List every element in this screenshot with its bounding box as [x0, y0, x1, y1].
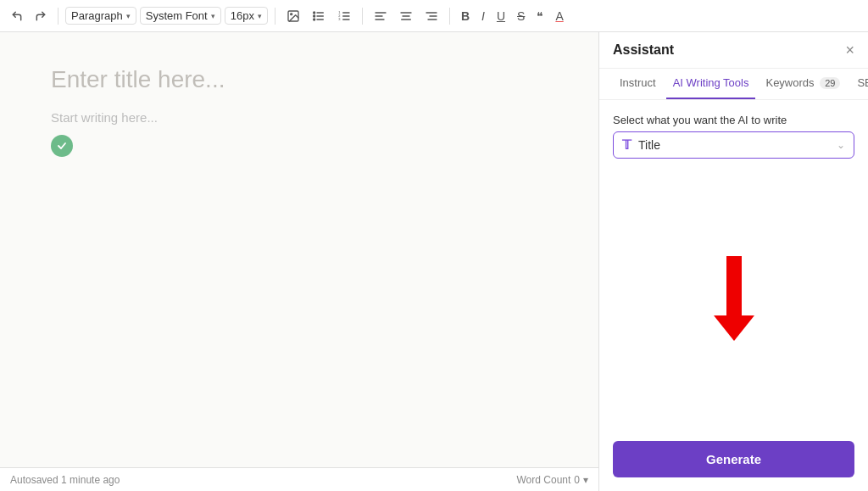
close-assistant-button[interactable]: × — [845, 42, 854, 68]
arrow-shaft — [726, 256, 742, 315]
ai-select-section: Select what you want the AI to write 𝕋 T… — [613, 114, 854, 159]
ai-write-select[interactable]: 𝕋 Title ⌄ — [613, 131, 854, 159]
arrow-head — [714, 315, 754, 341]
editor-area: Enter title here... Start writing here..… — [0, 32, 598, 491]
svg-point-6 — [314, 15, 315, 17]
divider-3 — [362, 8, 363, 25]
size-select[interactable]: 16px ▾ — [225, 7, 268, 25]
editor-body-placeholder[interactable]: Start writing here... — [51, 110, 548, 125]
bold-button[interactable]: B — [457, 7, 474, 25]
unordered-list-button[interactable] — [308, 7, 330, 25]
size-chevron: ▾ — [258, 12, 262, 20]
ai-select-chevron-icon: ⌄ — [837, 139, 845, 151]
editor-content[interactable]: Enter title here... Start writing here..… — [0, 32, 598, 467]
assistant-title: Assistant — [613, 42, 674, 68]
check-icon — [57, 141, 67, 151]
ordered-list-button[interactable]: 123 — [333, 7, 355, 25]
align-center-button[interactable] — [395, 7, 417, 25]
assistant-panel: Assistant × Instruct AI Writing Tools Ke… — [598, 32, 868, 491]
strikethrough-button[interactable]: S — [513, 7, 529, 25]
align-left-button[interactable] — [370, 7, 392, 25]
paragraph-label: Paragraph — [71, 9, 123, 22]
add-block-button[interactable] — [51, 135, 73, 157]
svg-point-5 — [314, 12, 315, 14]
redo-button[interactable] — [31, 8, 51, 25]
status-bar: Autosaved 1 minute ago Word Count 0 ▾ — [0, 467, 598, 491]
svg-text:3: 3 — [338, 17, 341, 21]
paragraph-chevron: ▾ — [126, 12, 131, 20]
paragraph-select[interactable]: Paragraph ▾ — [65, 7, 136, 25]
divider-4 — [449, 8, 450, 25]
undo-button[interactable] — [7, 8, 27, 25]
word-count-value: 0 — [574, 474, 580, 486]
divider-1 — [58, 8, 58, 25]
type-icon: 𝕋 — [622, 137, 632, 153]
font-chevron: ▾ — [211, 12, 215, 20]
italic-button[interactable]: I — [477, 7, 489, 25]
down-arrow-indicator — [714, 256, 754, 341]
ai-select-value: Title — [638, 138, 830, 152]
autosaved-label: Autosaved 1 minute ago — [10, 474, 120, 486]
word-count-chevron[interactable]: ▾ — [583, 474, 588, 486]
tab-ai-writing-tools[interactable]: AI Writing Tools — [666, 68, 756, 99]
svg-point-7 — [314, 19, 315, 20]
svg-point-1 — [291, 13, 292, 14]
font-label: System Font — [146, 9, 208, 22]
assistant-body: Select what you want the AI to write 𝕋 T… — [599, 100, 868, 441]
main-layout: Enter title here... Start writing here..… — [0, 32, 868, 491]
size-label: 16px — [231, 9, 254, 22]
assistant-tabs: Instruct AI Writing Tools Keywords 29 SE… — [599, 68, 868, 100]
editor-title-placeholder[interactable]: Enter title here... — [51, 66, 548, 93]
insert-image-button[interactable] — [282, 7, 304, 25]
tab-keywords[interactable]: Keywords 29 — [759, 68, 847, 99]
tab-instruct[interactable]: Instruct — [613, 68, 663, 99]
keywords-badge: 29 — [820, 77, 840, 89]
font-select[interactable]: System Font ▾ — [140, 7, 221, 25]
word-count-area: Word Count 0 ▾ — [517, 474, 589, 486]
generate-button[interactable]: Generate — [613, 441, 854, 477]
divider-2 — [275, 8, 275, 25]
font-color-button[interactable]: A — [551, 7, 567, 25]
assistant-header: Assistant × — [599, 32, 868, 69]
align-right-button[interactable] — [420, 7, 442, 25]
editor-toolbar: Paragraph ▾ System Font ▾ 16px ▾ 123 B I… — [0, 0, 868, 32]
word-count-label: Word Count — [517, 474, 571, 486]
quote-button[interactable]: ❝ — [532, 7, 548, 25]
assistant-footer: Generate — [599, 441, 868, 491]
ai-select-label: Select what you want the AI to write — [613, 114, 854, 126]
tab-seo[interactable]: SEO 0 — [850, 68, 868, 99]
arrow-area — [613, 169, 854, 427]
underline-button[interactable]: U — [492, 7, 509, 25]
